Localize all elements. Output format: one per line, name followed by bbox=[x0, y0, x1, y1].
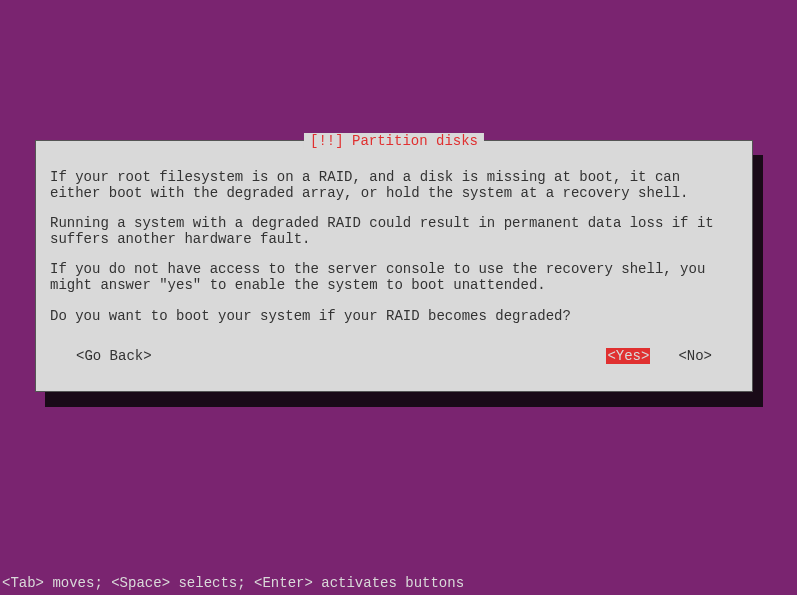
partition-dialog: [!!] Partition disks If your root filesy… bbox=[35, 140, 753, 392]
dialog-title: [!!] Partition disks bbox=[304, 133, 484, 149]
yes-button[interactable]: <Yes> bbox=[606, 348, 650, 364]
go-back-button[interactable]: <Go Back> bbox=[76, 348, 152, 364]
paragraph-1: If your root filesystem is on a RAID, an… bbox=[50, 169, 738, 201]
dialog-content: If your root filesystem is on a RAID, an… bbox=[36, 141, 752, 378]
button-row: <Go Back> <Yes> <No> bbox=[50, 348, 738, 364]
paragraph-3: If you do not have access to the server … bbox=[50, 261, 738, 293]
no-button[interactable]: <No> bbox=[678, 348, 712, 364]
button-right-group: <Yes> <No> bbox=[606, 348, 712, 364]
footer-help: <Tab> moves; <Space> selects; <Enter> ac… bbox=[2, 575, 464, 591]
question-text: Do you want to boot your system if your … bbox=[50, 308, 738, 324]
paragraph-2: Running a system with a degraded RAID co… bbox=[50, 215, 738, 247]
title-text: Partition disks bbox=[352, 133, 478, 149]
title-prefix: [!!] bbox=[310, 133, 344, 149]
